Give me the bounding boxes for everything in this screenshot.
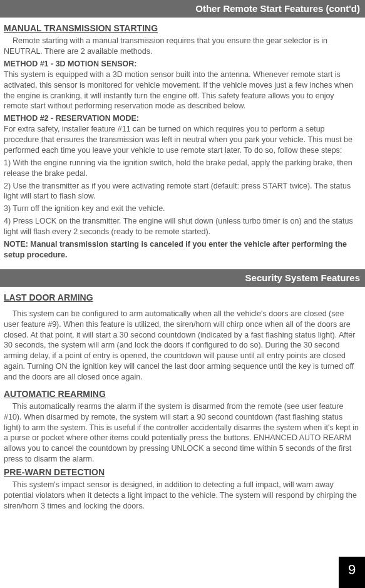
content-block-1: MANUAL TRANSMISSION STARTING Remote star… <box>0 23 365 260</box>
step-2: 2) Use the transmitter as if you were ac… <box>4 181 360 202</box>
heading-pre-warn: PRE-WARN DETECTION <box>4 467 360 478</box>
section-header-security: Security System Features <box>0 269 365 287</box>
para-last-door-arming: This system can be configured to arm aut… <box>4 309 360 383</box>
step-3: 3) Turn off the ignition key and exit th… <box>4 204 360 214</box>
para-method2-intro: For extra safety, installer feature #11 … <box>4 124 360 156</box>
text-manual-intro: Remote starting with a manual transmissi… <box>4 36 327 56</box>
note-manual: NOTE: Manual transmission starting is ca… <box>4 239 360 260</box>
text-auto-rearm: This automatically rearms the alarm if t… <box>4 402 359 463</box>
heading-method1: METHOD #1 - 3D MOTION SENSOR: <box>4 59 360 70</box>
para-manual-intro: Remote starting with a manual transmissi… <box>4 36 360 57</box>
heading-manual-transmission: MANUAL TRANSMISSION STARTING <box>4 23 360 34</box>
para-method1: This system is equipped with a 3D motion… <box>4 70 360 112</box>
heading-method2: METHOD #2 - RESERVATION MODE: <box>4 113 360 124</box>
text-pre-warn: This system's impact sensor is designed,… <box>4 480 357 510</box>
step-4: 4) Press LOCK on the transmitter. The en… <box>4 216 360 237</box>
para-automatic-rearming: This automatically rearms the alarm if t… <box>4 401 360 465</box>
text-last-door: This system can be configured to arm aut… <box>4 309 355 381</box>
section-header-remote-start: Other Remote Start Features (cont'd) <box>0 0 365 18</box>
heading-automatic-rearming: AUTOMATIC REARMING <box>4 388 360 400</box>
para-pre-warn: This system's impact sensor is designed,… <box>4 480 360 512</box>
page-number-box: 9 <box>339 557 365 588</box>
step-1: 1) With the engine running via the ignit… <box>4 158 360 179</box>
heading-last-door-arming: LAST DOOR ARMING <box>4 292 360 304</box>
content-block-2: LAST DOOR ARMING This system can be conf… <box>0 292 365 512</box>
page-number: 9 <box>348 560 356 579</box>
